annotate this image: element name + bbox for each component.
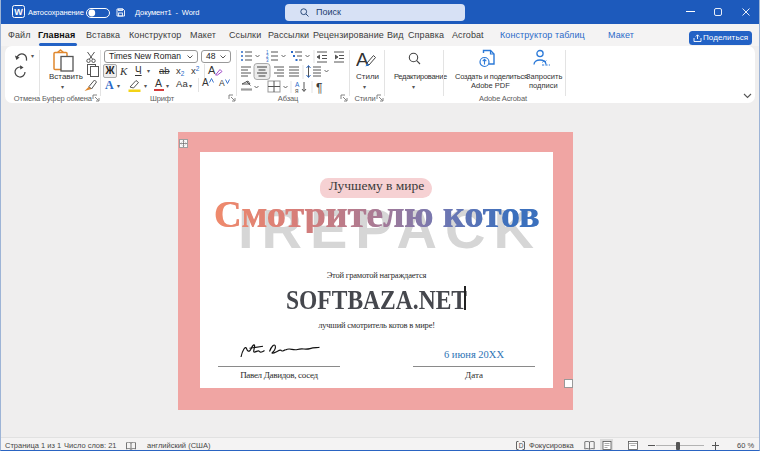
svg-text:D: D — [519, 442, 524, 449]
svg-text:3: 3 — [266, 58, 269, 63]
svg-text:W: W — [14, 7, 23, 17]
svg-text:¶: ¶ — [316, 81, 322, 94]
svg-text:А: А — [356, 50, 369, 70]
